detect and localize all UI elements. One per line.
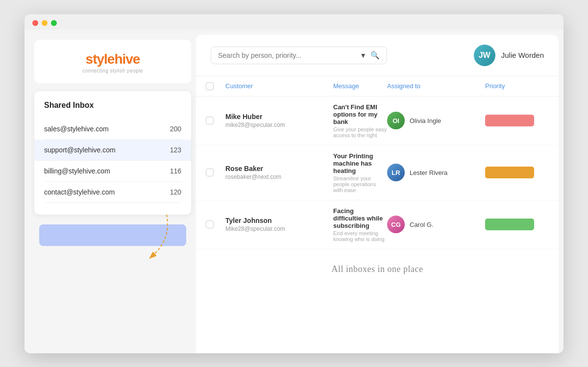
agent-name-0: Olivia Ingle bbox=[410, 117, 441, 124]
close-dot[interactable] bbox=[32, 20, 38, 26]
row-checkbox-2[interactable] bbox=[206, 220, 214, 228]
agent-name-1: Lester Rivera bbox=[410, 169, 447, 176]
agent-name-2: Carol G. bbox=[410, 221, 433, 228]
search-input[interactable] bbox=[218, 51, 355, 59]
message-title-0: Can't Find EMI options for my bank bbox=[333, 103, 387, 125]
row-checkbox-1[interactable] bbox=[206, 169, 214, 176]
cta-button-area bbox=[34, 224, 191, 248]
agent-avatar-0: OI bbox=[387, 112, 405, 129]
logo-text: stylehive bbox=[44, 51, 181, 67]
col-checkbox-header bbox=[206, 82, 225, 90]
message-preview-0: Give your people easy access to the righ… bbox=[333, 126, 387, 138]
select-all-checkbox[interactable] bbox=[206, 82, 214, 90]
inbox-email-support: support@stylehive.com bbox=[44, 146, 116, 154]
inbox-count-contact: 120 bbox=[170, 188, 181, 196]
agent-avatar-1: LR bbox=[387, 164, 405, 181]
annotation-text: All inboxes in one place bbox=[332, 264, 423, 274]
table-row[interactable]: Tyler Johnson Mike28@specular.com Facing… bbox=[196, 200, 559, 249]
inbox-count-sales: 200 bbox=[170, 125, 181, 133]
inbox-item-sales[interactable]: sales@stylehive.com 200 bbox=[44, 119, 181, 140]
footer-annotation: All inboxes in one place bbox=[196, 249, 559, 284]
search-icon[interactable]: 🔍 bbox=[370, 51, 380, 60]
col-customer[interactable]: Customer bbox=[225, 82, 333, 90]
message-preview-2: End every meeting knowing who is doing bbox=[333, 230, 387, 242]
priority-cell-0 bbox=[485, 115, 549, 126]
customer-email-1: rosebaker@next.com bbox=[225, 173, 333, 180]
table-header: Customer Message Assigned to Priority bbox=[196, 76, 559, 97]
customer-name-0: Mike Huber bbox=[225, 113, 333, 121]
avatar-initials: JW bbox=[479, 51, 490, 60]
main-content: ▼ 🔍 JW Julie Worden Customer Message bbox=[196, 35, 559, 353]
message-preview-1: Streamline your people operations with e… bbox=[333, 175, 387, 193]
customer-name-1: Rose Baker bbox=[225, 165, 333, 172]
message-cell-1: Your Printing machine has heating Stream… bbox=[333, 152, 387, 193]
col-priority[interactable]: Priority bbox=[485, 82, 549, 90]
customer-cell-1: Rose Baker rosebaker@next.com bbox=[225, 165, 333, 180]
priority-badge-0 bbox=[485, 115, 534, 126]
browser-window: stylehive connecting stylish people Shar… bbox=[24, 14, 564, 353]
priority-badge-1 bbox=[485, 167, 534, 178]
message-title-2: Facing difficulties while subscribing bbox=[333, 207, 387, 229]
avatar: JW bbox=[474, 45, 495, 66]
customer-email-2: Mike28@specular.com bbox=[225, 225, 333, 232]
inbox-title: Shared Inbox bbox=[44, 101, 181, 110]
inbox-count-support: 123 bbox=[170, 146, 181, 154]
inbox-email-sales: sales@stylehive.com bbox=[44, 125, 109, 133]
message-cell-2: Facing difficulties while subscribing En… bbox=[333, 207, 387, 242]
logo-subtitle: connecting stylish people bbox=[44, 68, 181, 73]
logo-area: stylehive connecting stylish people bbox=[34, 40, 191, 83]
priority-cell-1 bbox=[485, 167, 549, 178]
customer-cell-2: Tyler Johnson Mike28@specular.com bbox=[225, 217, 333, 232]
search-bar[interactable]: ▼ 🔍 bbox=[211, 47, 387, 64]
customer-cell-0: Mike Huber mike28@specular.com bbox=[225, 113, 333, 128]
inbox-item-billing[interactable]: billing@stylehive.com 116 bbox=[44, 161, 181, 182]
table-row[interactable]: Rose Baker rosebaker@next.com Your Print… bbox=[196, 146, 559, 200]
filter-icon[interactable]: ▼ bbox=[360, 51, 367, 59]
main-header: ▼ 🔍 JW Julie Worden bbox=[196, 35, 559, 76]
col-assigned[interactable]: Assigned to bbox=[387, 82, 485, 90]
assigned-cell-1: LR Lester Rivera bbox=[387, 164, 485, 181]
message-title-1: Your Printing machine has heating bbox=[333, 152, 387, 174]
inbox-email-contact: contact@stylehive.com bbox=[44, 188, 115, 196]
col-message[interactable]: Message bbox=[333, 82, 387, 90]
agent-avatar-2: CG bbox=[387, 216, 405, 233]
user-profile: JW Julie Worden bbox=[474, 45, 544, 66]
inbox-item-contact[interactable]: contact@stylehive.com 120 bbox=[44, 182, 181, 203]
inbox-count-billing: 116 bbox=[170, 167, 181, 175]
minimize-dot[interactable] bbox=[42, 20, 48, 26]
customer-name-2: Tyler Johnson bbox=[225, 217, 333, 224]
user-name: Julie Worden bbox=[501, 51, 544, 59]
row-checkbox-0[interactable] bbox=[206, 117, 214, 124]
customer-email-0: mike28@specular.com bbox=[225, 122, 333, 128]
browser-titlebar bbox=[24, 14, 564, 30]
cta-button[interactable] bbox=[39, 224, 186, 246]
inbox-email-billing: billing@stylehive.com bbox=[44, 167, 110, 175]
inbox-panel: Shared Inbox sales@stylehive.com 200 sup… bbox=[34, 91, 191, 215]
assigned-cell-0: OI Olivia Ingle bbox=[387, 112, 485, 129]
message-cell-0: Can't Find EMI options for my bank Give … bbox=[333, 103, 387, 138]
inbox-item-support[interactable]: support@stylehive.com 123 bbox=[34, 140, 191, 161]
sidebar: stylehive connecting stylish people Shar… bbox=[24, 30, 191, 353]
table-row[interactable]: Mike Huber mike28@specular.com Can't Fin… bbox=[196, 97, 559, 146]
assigned-cell-2: CG Carol G. bbox=[387, 216, 485, 233]
priority-cell-2 bbox=[485, 219, 549, 230]
maximize-dot[interactable] bbox=[51, 20, 57, 26]
priority-badge-2 bbox=[485, 219, 534, 230]
